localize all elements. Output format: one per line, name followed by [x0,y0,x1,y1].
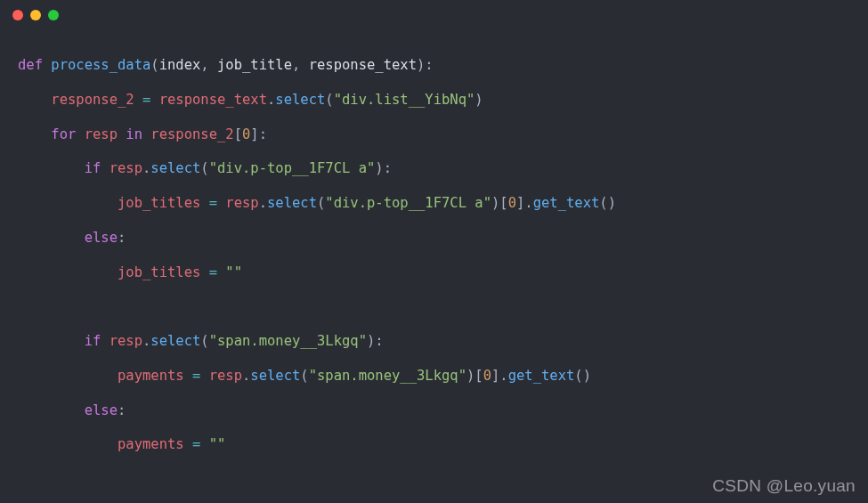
minimize-icon[interactable] [30,10,41,20]
code-window: def process_data(index, job_title, respo… [0,0,868,503]
titlebar [0,0,868,30]
line: else: [18,230,126,246]
close-icon[interactable] [12,10,23,20]
line: payments = "" [18,436,225,452]
line: payments = resp.select("span.money__3Lkg… [18,368,591,384]
line: for resp in response_2[0]: [18,126,267,142]
line: job_titles = "" [18,264,242,280]
line: if resp.select("div.p-top__1F7CL a"): [18,160,392,176]
line: def process_data(index, job_title, respo… [18,57,434,73]
watermark: CSDN @Leo.yuan [712,476,856,496]
maximize-icon[interactable] [48,10,59,20]
line: response_2 = response_text.select("div.l… [18,92,483,108]
blank-line [18,471,26,487]
line: else: [18,402,126,418]
blank-line [18,298,26,314]
line: job_titles = resp.select("div.p-top__1F7… [18,195,616,211]
code-block: def process_data(index, job_title, respo… [0,30,868,503]
line: if resp.select("span.money__3Lkgq"): [18,333,384,349]
